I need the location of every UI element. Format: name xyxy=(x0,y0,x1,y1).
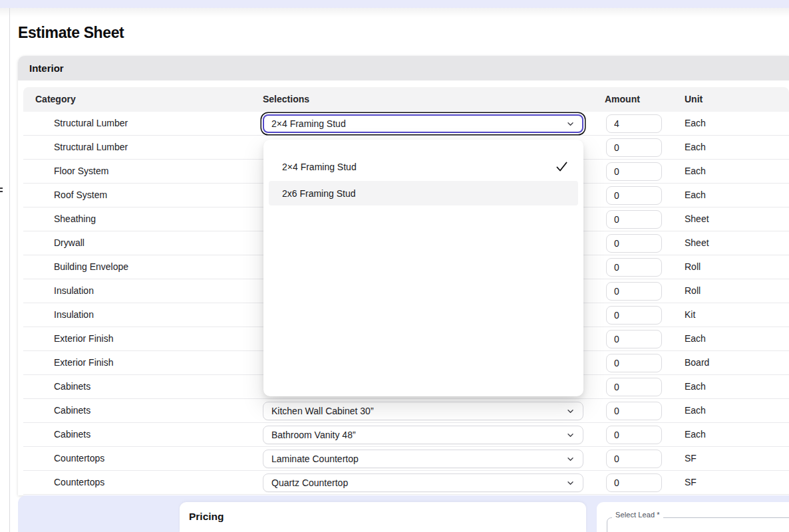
unit-cell: Each xyxy=(685,429,706,440)
category-cell: Drywall xyxy=(54,237,84,248)
selection-dropdown[interactable]: Kitchen Wall Cabinet 30” xyxy=(263,402,583,420)
dropdown-option-label: 2x6 Framing Stud xyxy=(282,188,569,199)
chevron-down-icon xyxy=(566,455,575,464)
category-cell: Countertops xyxy=(54,453,104,464)
page-title: Estimate Sheet xyxy=(18,24,124,42)
unit-cell: Roll xyxy=(685,285,701,296)
category-cell: Structural Lumber xyxy=(54,118,128,128)
selection-value: Quartz Countertop xyxy=(271,477,566,488)
amount-input[interactable] xyxy=(606,258,662,277)
unit-cell: Each xyxy=(685,142,706,152)
amount-input[interactable] xyxy=(606,473,662,492)
selection-dropdown-menu: 2×4 Framing Stud2x6 Framing Stud xyxy=(263,140,583,396)
selection-value: Bathroom Vanity 48” xyxy=(271,430,566,440)
amount-input[interactable] xyxy=(606,162,662,181)
unit-cell: Each xyxy=(685,381,706,392)
amount-input[interactable] xyxy=(606,114,662,133)
left-divider xyxy=(9,8,10,532)
amount-input[interactable] xyxy=(606,354,662,372)
footer-panel: Pricing Select Lead * xyxy=(18,495,789,532)
category-cell: Cabinets xyxy=(54,381,90,392)
amount-input[interactable] xyxy=(606,378,662,396)
unit-cell: Each xyxy=(685,190,706,200)
category-cell: Floor System xyxy=(54,166,108,176)
interior-section-card: Interior Category Selections Amount Unit… xyxy=(18,56,789,495)
selection-dropdown[interactable]: Bathroom Vanity 48” xyxy=(263,426,583,444)
category-cell: Cabinets xyxy=(54,429,90,440)
amount-input[interactable] xyxy=(606,426,662,444)
dropdown-option[interactable]: 2×4 Framing Stud xyxy=(269,154,578,179)
check-icon xyxy=(555,160,569,174)
selection-dropdown[interactable]: Laminate Countertop xyxy=(263,450,583,468)
col-header-selections: Selections xyxy=(263,94,309,104)
unit-cell: Each xyxy=(685,333,706,344)
top-accent-strip xyxy=(0,0,789,8)
pricing-card: Pricing xyxy=(180,502,586,532)
unit-cell: Each xyxy=(685,405,706,416)
amount-input[interactable] xyxy=(606,306,662,325)
col-header-category: Category xyxy=(35,94,76,104)
unit-cell: Sheet xyxy=(685,237,709,248)
chevron-down-icon xyxy=(566,431,575,440)
amount-input[interactable] xyxy=(606,210,662,229)
category-cell: Roof System xyxy=(54,190,107,200)
clipped-edge-icon xyxy=(0,188,3,194)
amount-input[interactable] xyxy=(606,282,662,301)
section-title: Interior xyxy=(29,63,64,74)
amount-input[interactable] xyxy=(606,234,662,253)
table-row: CountertopsQuartz CountertopSF xyxy=(23,471,789,495)
amount-input[interactable] xyxy=(606,450,662,468)
unit-cell: Kit xyxy=(685,309,695,320)
category-cell: Sheathing xyxy=(54,213,96,224)
select-lead-card: Select Lead * xyxy=(597,502,789,532)
category-cell: Building Envelope xyxy=(54,261,128,272)
category-cell: Cabinets xyxy=(54,405,90,416)
category-cell: Structural Lumber xyxy=(54,142,128,152)
col-header-amount: Amount xyxy=(605,94,640,104)
unit-cell: Roll xyxy=(685,261,701,272)
unit-cell: Each xyxy=(685,166,706,176)
amount-input[interactable] xyxy=(606,186,662,205)
table-row: Structural Lumber2×4 Framing StudEach xyxy=(23,112,789,136)
estimate-sheet-page: Estimate Sheet Interior Category Selecti… xyxy=(0,0,789,532)
selection-value: 2×4 Framing Stud xyxy=(271,118,566,129)
selection-dropdown[interactable]: 2×4 Framing Stud xyxy=(263,114,583,133)
chevron-down-icon xyxy=(566,120,575,128)
unit-cell: Sheet xyxy=(685,213,709,224)
col-header-unit: Unit xyxy=(685,94,703,104)
category-cell: Countertops xyxy=(54,477,104,487)
amount-input[interactable] xyxy=(606,330,662,348)
unit-cell: Board xyxy=(685,357,709,368)
select-lead-input[interactable] xyxy=(607,517,789,532)
selection-value: Laminate Countertop xyxy=(271,454,566,464)
unit-cell: Each xyxy=(685,118,706,128)
category-cell: Exterior Finish xyxy=(54,357,113,368)
table-row: CabinetsKitchen Wall Cabinet 30”Each xyxy=(23,399,789,423)
dropdown-option[interactable]: 2x6 Framing Stud xyxy=(269,181,578,205)
table-row: CountertopsLaminate CountertopSF xyxy=(23,447,789,471)
unit-cell: SF xyxy=(685,477,697,487)
table-row: CabinetsBathroom Vanity 48”Each xyxy=(23,423,789,447)
category-cell: Exterior Finish xyxy=(54,333,113,344)
table-header-row: Category Selections Amount Unit xyxy=(23,87,789,112)
section-header-interior: Interior xyxy=(18,56,789,80)
amount-input[interactable] xyxy=(606,402,662,420)
chevron-down-icon xyxy=(566,407,575,416)
amount-input[interactable] xyxy=(606,138,662,157)
category-cell: Insulation xyxy=(54,309,94,320)
selection-value: Kitchen Wall Cabinet 30” xyxy=(271,406,566,416)
unit-cell: SF xyxy=(685,453,697,464)
category-cell: Insulation xyxy=(54,285,94,296)
chevron-down-icon xyxy=(566,479,575,487)
top-shadow xyxy=(0,8,789,17)
select-lead-label: Select Lead * xyxy=(612,511,663,519)
dropdown-option-label: 2×4 Framing Stud xyxy=(282,162,555,172)
pricing-title: Pricing xyxy=(189,511,224,523)
selection-dropdown[interactable]: Quartz Countertop xyxy=(263,473,583,492)
